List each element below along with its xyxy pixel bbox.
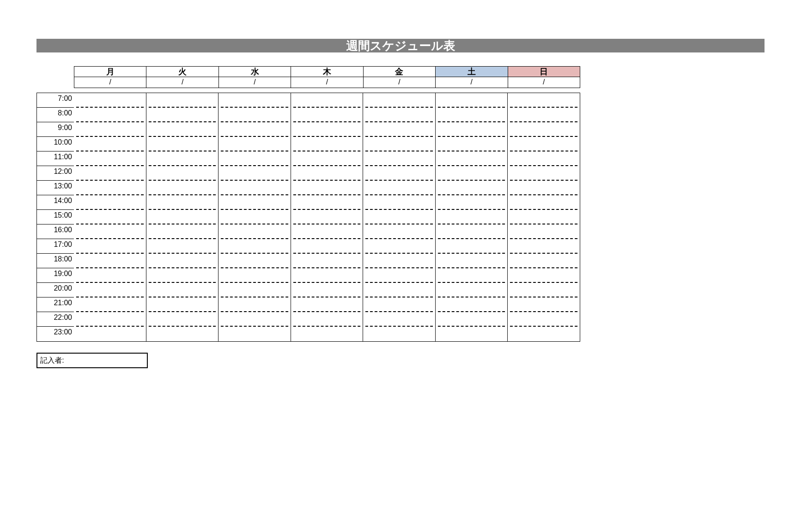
schedule-cell[interactable]	[438, 268, 505, 283]
schedule-cell[interactable]	[365, 151, 433, 166]
schedule-cell[interactable]	[510, 224, 577, 239]
schedule-cell[interactable]	[76, 297, 144, 312]
schedule-cell[interactable]	[293, 108, 361, 122]
schedule-cell[interactable]	[438, 297, 505, 312]
schedule-cell[interactable]	[365, 210, 433, 224]
schedule-cell[interactable]	[293, 224, 361, 239]
schedule-cell[interactable]	[510, 239, 577, 254]
schedule-cell[interactable]	[510, 137, 577, 151]
schedule-cell[interactable]	[76, 224, 144, 239]
schedule-cell[interactable]	[293, 312, 361, 327]
schedule-cell[interactable]	[438, 327, 505, 341]
schedule-cell[interactable]	[221, 224, 288, 239]
date-cell-6[interactable]: /	[508, 77, 580, 88]
schedule-cell[interactable]	[438, 195, 505, 210]
schedule-cell[interactable]	[365, 283, 433, 297]
schedule-cell[interactable]	[293, 181, 361, 195]
schedule-cell[interactable]	[149, 254, 216, 268]
schedule-cell[interactable]	[365, 93, 433, 108]
schedule-cell[interactable]	[365, 224, 433, 239]
schedule-cell[interactable]	[221, 312, 288, 327]
schedule-cell[interactable]	[76, 151, 144, 166]
schedule-cell[interactable]	[221, 108, 288, 122]
author-box[interactable]: 記入者:	[36, 353, 148, 368]
schedule-cell[interactable]	[293, 239, 361, 254]
schedule-cell[interactable]	[293, 254, 361, 268]
schedule-cell[interactable]	[365, 195, 433, 210]
schedule-cell[interactable]	[293, 151, 361, 166]
schedule-cell[interactable]	[293, 93, 361, 108]
schedule-cell[interactable]	[221, 93, 288, 108]
schedule-cell[interactable]	[149, 224, 216, 239]
schedule-cell[interactable]	[438, 166, 505, 181]
schedule-cell[interactable]	[438, 254, 505, 268]
schedule-cell[interactable]	[510, 297, 577, 312]
schedule-cell[interactable]	[149, 327, 216, 341]
schedule-cell[interactable]	[365, 137, 433, 151]
schedule-cell[interactable]	[149, 239, 216, 254]
schedule-cell[interactable]	[76, 210, 144, 224]
schedule-cell[interactable]	[365, 122, 433, 137]
schedule-cell[interactable]	[221, 210, 288, 224]
date-cell-1[interactable]: /	[146, 77, 218, 88]
schedule-cell[interactable]	[149, 122, 216, 137]
schedule-cell[interactable]	[510, 283, 577, 297]
schedule-cell[interactable]	[293, 137, 361, 151]
schedule-cell[interactable]	[365, 254, 433, 268]
schedule-cell[interactable]	[76, 327, 144, 341]
schedule-cell[interactable]	[221, 166, 288, 181]
schedule-cell[interactable]	[76, 283, 144, 297]
schedule-cell[interactable]	[76, 122, 144, 137]
schedule-cell[interactable]	[365, 268, 433, 283]
schedule-cell[interactable]	[221, 297, 288, 312]
schedule-cell[interactable]	[293, 210, 361, 224]
schedule-cell[interactable]	[510, 210, 577, 224]
schedule-cell[interactable]	[365, 239, 433, 254]
schedule-cell[interactable]	[293, 268, 361, 283]
schedule-cell[interactable]	[510, 181, 577, 195]
schedule-cell[interactable]	[365, 166, 433, 181]
schedule-cell[interactable]	[438, 181, 505, 195]
schedule-cell[interactable]	[438, 283, 505, 297]
schedule-cell[interactable]	[365, 108, 433, 122]
schedule-cell[interactable]	[293, 166, 361, 181]
schedule-cell[interactable]	[149, 283, 216, 297]
schedule-cell[interactable]	[76, 108, 144, 122]
schedule-cell[interactable]	[438, 210, 505, 224]
schedule-cell[interactable]	[510, 327, 577, 341]
schedule-cell[interactable]	[293, 122, 361, 137]
date-cell-0[interactable]: /	[74, 77, 146, 88]
schedule-cell[interactable]	[510, 122, 577, 137]
schedule-cell[interactable]	[510, 268, 577, 283]
schedule-cell[interactable]	[293, 327, 361, 341]
schedule-cell[interactable]	[438, 239, 505, 254]
schedule-cell[interactable]	[149, 312, 216, 327]
schedule-cell[interactable]	[221, 239, 288, 254]
schedule-cell[interactable]	[76, 254, 144, 268]
schedule-cell[interactable]	[76, 268, 144, 283]
schedule-cell[interactable]	[221, 137, 288, 151]
schedule-cell[interactable]	[365, 327, 433, 341]
date-cell-4[interactable]: /	[364, 77, 436, 88]
schedule-cell[interactable]	[510, 166, 577, 181]
schedule-cell[interactable]	[510, 195, 577, 210]
schedule-cell[interactable]	[293, 283, 361, 297]
schedule-cell[interactable]	[76, 195, 144, 210]
schedule-cell[interactable]	[149, 268, 216, 283]
schedule-cell[interactable]	[510, 312, 577, 327]
schedule-cell[interactable]	[221, 254, 288, 268]
date-cell-2[interactable]: /	[219, 77, 291, 88]
schedule-cell[interactable]	[221, 122, 288, 137]
schedule-cell[interactable]	[76, 312, 144, 327]
schedule-cell[interactable]	[76, 181, 144, 195]
schedule-cell[interactable]	[76, 137, 144, 151]
schedule-cell[interactable]	[221, 151, 288, 166]
schedule-cell[interactable]	[365, 312, 433, 327]
schedule-cell[interactable]	[149, 195, 216, 210]
schedule-cell[interactable]	[149, 210, 216, 224]
schedule-cell[interactable]	[221, 327, 288, 341]
schedule-cell[interactable]	[510, 151, 577, 166]
schedule-cell[interactable]	[438, 151, 505, 166]
schedule-cell[interactable]	[510, 93, 577, 108]
schedule-cell[interactable]	[76, 239, 144, 254]
